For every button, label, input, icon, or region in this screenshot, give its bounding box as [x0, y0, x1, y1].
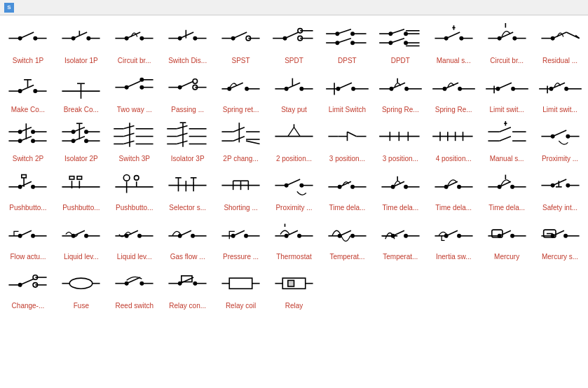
- symbol-cell-28[interactable]: 3 position...: [320, 116, 374, 165]
- svg-point-303: [191, 234, 194, 237]
- svg-line-24: [233, 32, 247, 39]
- symbol-cell-13[interactable]: Two way ...: [108, 67, 161, 116]
- symbol-img-45: [57, 216, 106, 252]
- symbol-img-8: [429, 20, 478, 56]
- symbol-cell-63[interactable]: [427, 263, 480, 312]
- symbol-cell-6[interactable]: DPST: [320, 18, 374, 67]
- symbol-cell-48[interactable]: Pressure ...: [214, 214, 268, 263]
- symbol-cell-16[interactable]: Stay put: [268, 67, 321, 116]
- svg-point-159: [72, 139, 75, 142]
- symbol-cell-51[interactable]: Temperat...: [374, 214, 427, 263]
- symbol-cell-61[interactable]: [320, 263, 374, 312]
- symbol-img-49: [270, 216, 319, 252]
- symbol-cell-1[interactable]: Isolator 1P: [55, 18, 108, 67]
- symbol-cell-17[interactable]: Limit Switch: [320, 67, 374, 116]
- symbol-cell-38[interactable]: Proximity ...: [268, 165, 321, 214]
- svg-line-279: [552, 179, 566, 186]
- title-bar: S: [0, 0, 588, 15]
- symbol-label-59: Relay coil: [217, 301, 266, 312]
- symbol-img-32: [535, 118, 584, 154]
- symbol-img-65: [535, 265, 584, 310]
- symbol-label-13: Two way ...: [110, 105, 159, 116]
- svg-point-318: [338, 234, 341, 237]
- symbol-label-31: Manual s...: [482, 154, 531, 165]
- symbol-cell-53[interactable]: Mercury: [480, 214, 533, 263]
- symbol-cell-58[interactable]: Relay con...: [161, 263, 214, 312]
- symbol-cell-49[interactable]: Thermostat: [268, 214, 321, 263]
- svg-point-336: [511, 234, 514, 237]
- symbol-cell-27[interactable]: 2 position...: [268, 116, 321, 165]
- symbol-cell-40[interactable]: Time dela...: [374, 165, 427, 214]
- symbol-cell-18[interactable]: Spring Re...: [374, 67, 427, 116]
- symbol-label-30: 4 position...: [429, 154, 478, 165]
- svg-rect-230: [77, 176, 81, 179]
- symbol-cell-9[interactable]: Circuit br...: [480, 18, 533, 67]
- symbol-cell-24[interactable]: Switch 3P: [108, 116, 161, 165]
- symbol-cell-10[interactable]: Residual ...: [533, 18, 587, 67]
- symbol-cell-14[interactable]: Passing ...: [161, 67, 214, 116]
- symbol-cell-31[interactable]: Manual s...: [480, 116, 533, 165]
- symbol-cell-37[interactable]: Shorting ...: [214, 165, 268, 214]
- symbol-cell-50[interactable]: Temperat...: [320, 214, 374, 263]
- symbol-cell-15[interactable]: Spring ret...: [214, 67, 268, 116]
- symbol-img-5: [270, 20, 319, 56]
- symbol-cell-41[interactable]: Time dela...: [427, 165, 480, 214]
- symbol-cell-43[interactable]: Safety int...: [533, 165, 587, 214]
- symbol-cell-25[interactable]: Isolator 3P: [161, 116, 214, 165]
- symbol-cell-52[interactable]: Inertia sw...: [427, 214, 480, 263]
- svg-line-39: [337, 38, 350, 42]
- symbol-cell-29[interactable]: 3 position...: [374, 116, 427, 165]
- symbol-cell-59[interactable]: Relay coil: [214, 263, 268, 312]
- symbol-cell-23[interactable]: Isolator 2P: [55, 116, 108, 165]
- symbol-cell-26[interactable]: 2P chang...: [214, 116, 268, 165]
- symbol-cell-30[interactable]: 4 position...: [427, 116, 480, 165]
- symbol-cell-45[interactable]: Liquid lev...: [55, 214, 108, 263]
- symbol-cell-36[interactable]: Selector s...: [161, 165, 214, 214]
- symbol-cell-60[interactable]: Relay: [268, 263, 321, 312]
- svg-point-119: [390, 87, 392, 90]
- symbol-cell-42[interactable]: Time dela...: [480, 165, 533, 214]
- symbol-cell-20[interactable]: Limit swit...: [480, 67, 533, 116]
- symbol-img-18: [376, 69, 425, 105]
- symbol-cell-12[interactable]: Break Co...: [55, 67, 108, 116]
- symbol-cell-47[interactable]: Gas flow ...: [161, 214, 214, 263]
- symbol-cell-22[interactable]: Switch 2P: [1, 116, 55, 165]
- symbol-cell-65[interactable]: [533, 263, 587, 312]
- svg-point-342: [551, 234, 554, 237]
- svg-point-15: [140, 36, 143, 39]
- symbol-cell-33[interactable]: Pushbutto...: [1, 165, 55, 214]
- symbol-cell-54[interactable]: Mercury s...: [533, 214, 587, 263]
- symbol-cell-2[interactable]: Circuit br...: [108, 18, 161, 67]
- svg-point-20: [179, 36, 182, 39]
- symbol-cell-39[interactable]: Time dela...: [320, 165, 374, 214]
- svg-line-356: [127, 277, 140, 284]
- symbol-cell-19[interactable]: Spring Re...: [427, 67, 480, 116]
- symbol-cell-21[interactable]: Limit swit...: [533, 67, 587, 116]
- symbol-cell-8[interactable]: Manual s...: [427, 18, 480, 67]
- symbol-cell-44[interactable]: Flow actu...: [1, 214, 55, 263]
- symbol-cell-57[interactable]: Reed switch: [108, 263, 161, 312]
- symbol-cell-32[interactable]: Proximity ...: [533, 116, 587, 165]
- symbol-cell-5[interactable]: SPDT: [268, 18, 321, 67]
- symbol-cell-46[interactable]: Liquid lev...: [108, 214, 161, 263]
- svg-point-53: [404, 32, 407, 35]
- svg-point-363: [179, 282, 182, 284]
- symbol-cell-11[interactable]: Make Co...: [1, 67, 55, 116]
- symbol-cell-64[interactable]: [480, 263, 533, 312]
- symbol-cell-7[interactable]: DPDT: [374, 18, 427, 67]
- symbol-cell-4[interactable]: SPST: [214, 18, 268, 67]
- symbol-cell-0[interactable]: Switch 1P: [1, 18, 55, 67]
- svg-line-177: [177, 125, 188, 128]
- symbol-label-12: Break Co...: [57, 105, 106, 116]
- svg-line-134: [551, 83, 564, 89]
- svg-point-124: [443, 87, 446, 90]
- symbol-label-40: Time dela...: [376, 203, 425, 214]
- symbol-cell-56[interactable]: Fuse: [55, 263, 108, 312]
- symbol-label-56: Fuse: [57, 301, 106, 312]
- symbol-cell-35[interactable]: Pushbutto...: [108, 165, 161, 214]
- symbol-cell-34[interactable]: Pushbutto...: [55, 165, 108, 214]
- svg-point-225: [32, 185, 34, 188]
- symbol-cell-62[interactable]: [374, 263, 427, 312]
- symbol-cell-3[interactable]: Switch Dis...: [161, 18, 214, 67]
- symbol-cell-55[interactable]: Change-...: [1, 263, 55, 312]
